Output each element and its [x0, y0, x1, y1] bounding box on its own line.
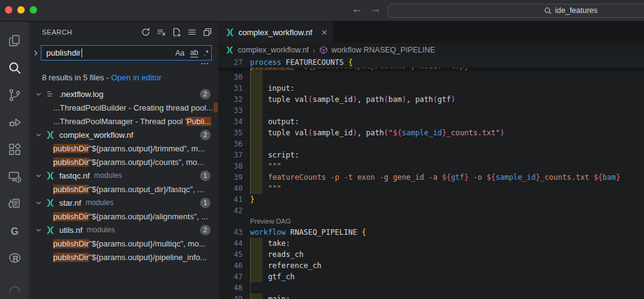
- line-number[interactable]: 30: [218, 72, 243, 83]
- refresh-icon[interactable]: [140, 27, 151, 38]
- files-icon[interactable]: [0, 27, 30, 54]
- minimize-window-button[interactable]: [17, 6, 25, 14]
- search-result-file-row[interactable]: complex_workflow.nf2: [30, 128, 218, 141]
- code-line[interactable]: 46 reference_ch: [218, 260, 644, 271]
- line-number[interactable]: 31: [218, 83, 243, 94]
- code-line[interactable]: 33: [218, 105, 644, 116]
- search-result-match-row[interactable]: publishDir "${params.output}/pipeline_in…: [30, 250, 218, 264]
- command-center-search[interactable]: ide_features: [388, 4, 644, 18]
- view-as-list-icon[interactable]: [186, 27, 198, 38]
- line-number[interactable]: 49: [218, 293, 243, 299]
- search-input[interactable]: publishdir Aa ab .*: [41, 45, 212, 61]
- line-number[interactable]: 35: [218, 127, 243, 138]
- line-number[interactable]: 42: [218, 205, 243, 216]
- code-line[interactable]: 48: [218, 282, 644, 293]
- svg-text:R: R: [12, 254, 19, 263]
- line-number[interactable]: 37: [218, 150, 243, 161]
- line-number[interactable]: 45: [218, 249, 243, 260]
- code-line[interactable]: 38 """: [218, 161, 644, 172]
- chevron-down-icon[interactable]: [35, 226, 43, 234]
- code-line[interactable]: 45 reads_ch: [218, 249, 644, 260]
- line-number[interactable]: 32: [218, 94, 243, 105]
- open-in-editor-link[interactable]: Open in editor: [111, 73, 162, 82]
- code-line[interactable]: 42: [218, 205, 644, 216]
- line-number[interactable]: 46: [218, 260, 243, 271]
- code-line[interactable]: 30: [218, 72, 644, 83]
- code-line[interactable]: 47 gtf_ch: [218, 271, 644, 282]
- zoom-window-button[interactable]: [30, 6, 37, 14]
- match-count-badge: 2: [200, 130, 211, 140]
- truncated-match-highlight: [214, 103, 218, 112]
- toggle-search-details-button[interactable]: ⋯: [201, 61, 209, 69]
- code-line[interactable]: 36: [218, 138, 644, 150]
- line-number[interactable]: 34: [218, 116, 243, 127]
- activity-bar: G R: [0, 22, 30, 299]
- nextflow-icon: [46, 171, 55, 180]
- close-tab-icon[interactable]: [320, 28, 328, 36]
- chevron-down-icon[interactable]: [35, 131, 43, 139]
- r-language-icon[interactable]: R: [0, 245, 30, 272]
- breadcrumb-symbol[interactable]: workflow RNASEQ_PIPELINE: [332, 46, 435, 54]
- account-icon[interactable]: [0, 272, 30, 299]
- code-line[interactable]: 37 script:: [218, 150, 644, 161]
- search-result-file-row[interactable]: utils.nfmodules2: [30, 223, 218, 237]
- search-result-match-row[interactable]: publishDir "${params.output}/trimmed", m…: [30, 141, 218, 155]
- new-search-editor-icon[interactable]: [171, 27, 182, 38]
- toggle-replace-button[interactable]: [31, 49, 41, 57]
- line-number[interactable]: 38: [218, 161, 243, 172]
- code-line[interactable]: 35 tuple val(sample_id), path("${sample_…: [218, 127, 644, 138]
- close-window-button[interactable]: [5, 6, 12, 14]
- whole-word-toggle[interactable]: ab: [190, 48, 198, 57]
- code-editor[interactable]: 27process FEATURECOUNTS { publishDir "${…: [218, 57, 644, 299]
- extensions-icon[interactable]: [0, 136, 30, 163]
- tab-complex-workflow[interactable]: complex_workflow.nf: [218, 22, 334, 43]
- breadcrumb-file[interactable]: complex_workflow.nf: [238, 46, 309, 54]
- chevron-down-icon[interactable]: [35, 90, 43, 98]
- code-line[interactable]: 49 main:: [218, 293, 644, 299]
- search-result-file-row[interactable]: star.nfmodules1: [30, 196, 218, 209]
- search-result-file-row[interactable]: .nextflow.log2: [30, 87, 218, 101]
- codelens-preview-dag[interactable]: Preview DAG: [218, 216, 644, 227]
- search-icon[interactable]: [0, 54, 30, 82]
- line-number[interactable]: 39: [218, 172, 243, 183]
- search-result-match-row[interactable]: publishDir "${params.output}/multiqc", m…: [30, 237, 218, 250]
- run-debug-icon[interactable]: [0, 109, 30, 136]
- chevron-down-icon[interactable]: [35, 172, 43, 180]
- line-number[interactable]: 33: [218, 105, 243, 116]
- match-case-toggle[interactable]: Aa: [175, 49, 185, 57]
- search-result-match-row[interactable]: publishDir "${params.output_dir}/fastqc"…: [30, 182, 218, 196]
- remote-explorer-icon[interactable]: [0, 163, 30, 190]
- code-line[interactable]: 32 tuple val(sample_id), path(bam), path…: [218, 94, 644, 105]
- line-number[interactable]: 48: [218, 282, 243, 293]
- chevron-down-icon[interactable]: [35, 199, 43, 207]
- line-number[interactable]: 47: [218, 271, 243, 282]
- line-number[interactable]: 27: [218, 57, 243, 68]
- code-line[interactable]: 39 featureCounts -p -t exon -g gene_id -…: [218, 172, 644, 183]
- history-back-button[interactable]: ←: [349, 2, 364, 15]
- search-result-match-row[interactable]: publishDir "${params.output}/counts", mo…: [30, 155, 218, 169]
- code-line[interactable]: 34 output:: [218, 116, 644, 127]
- code-line[interactable]: 40 """: [218, 183, 644, 194]
- code-line[interactable]: 44 take:: [218, 238, 644, 249]
- code-line[interactable]: 31 input:: [218, 83, 644, 94]
- sticky-scroll-line[interactable]: 27process FEATURECOUNTS {: [218, 57, 644, 68]
- history-forward-button[interactable]: →: [368, 2, 383, 15]
- clear-search-results-icon[interactable]: [156, 27, 167, 38]
- search-result-file-row[interactable]: fastqc.nfmodules1: [30, 169, 218, 182]
- search-result-match-row[interactable]: ...ThreadPoolManager - Thread pool 'Publ…: [30, 114, 218, 128]
- code-line[interactable]: 41}: [218, 194, 644, 205]
- line-number[interactable]: 44: [218, 238, 243, 249]
- line-number[interactable]: 36: [218, 138, 243, 150]
- line-number[interactable]: 40: [218, 183, 243, 194]
- search-result-match-row[interactable]: ...ThreadPoolBuilder - Creating thread p…: [30, 101, 218, 114]
- search-result-match-row[interactable]: publishDir "${params.output}/alignments"…: [30, 209, 218, 223]
- line-number[interactable]: 43: [218, 227, 243, 238]
- match-count-badge: 1: [200, 171, 211, 181]
- line-number[interactable]: 41: [218, 194, 243, 205]
- collapse-all-icon[interactable]: [202, 27, 213, 38]
- use-regex-toggle[interactable]: .*: [204, 49, 209, 57]
- code-line[interactable]: 43workflow RNASEQ_PIPELINE {: [218, 227, 644, 238]
- references-icon[interactable]: [0, 190, 30, 217]
- source-control-icon[interactable]: [0, 82, 30, 109]
- gitlens-icon[interactable]: G: [0, 217, 30, 245]
